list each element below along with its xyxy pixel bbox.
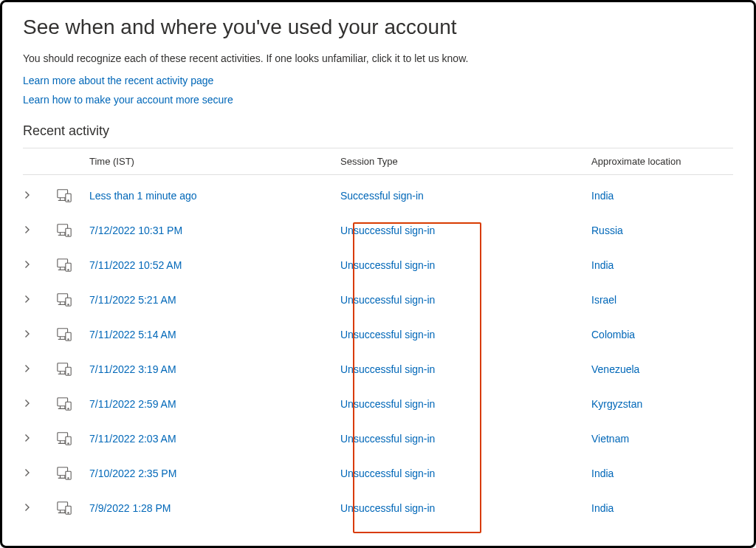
svg-point-32 bbox=[68, 373, 69, 374]
activity-row[interactable]: 7/9/2022 1:28 PMUnsuccessful sign-inIndi… bbox=[23, 490, 733, 525]
device-icon bbox=[56, 326, 72, 343]
activity-row[interactable]: 7/11/2022 2:59 AMUnsuccessful sign-inKyr… bbox=[23, 386, 733, 421]
activity-location: Vietnam bbox=[591, 433, 733, 445]
device-icon bbox=[56, 222, 72, 239]
chevron-right-icon[interactable] bbox=[23, 434, 32, 442]
svg-point-56 bbox=[68, 512, 69, 513]
activity-time: 7/11/2022 3:19 AM bbox=[89, 363, 340, 375]
activity-row[interactable]: 7/12/2022 10:31 PMUnsuccessful sign-inRu… bbox=[23, 213, 733, 247]
activity-list: Less than 1 minute agoSuccessful sign-in… bbox=[23, 178, 733, 525]
activity-location: Kyrgyzstan bbox=[591, 398, 733, 410]
chevron-right-icon[interactable] bbox=[23, 468, 32, 477]
activity-time: 7/11/2022 5:14 AM bbox=[89, 329, 340, 340]
activity-location: India bbox=[591, 467, 733, 479]
column-session: Session Type bbox=[340, 156, 591, 167]
section-title: Recent activity bbox=[23, 123, 733, 139]
learn-more-activity-link[interactable]: Learn more about the recent activity pag… bbox=[23, 75, 733, 86]
activity-location: Venezuela bbox=[591, 363, 733, 375]
activity-row[interactable]: Less than 1 minute agoSuccessful sign-in… bbox=[23, 178, 733, 213]
activity-location: Israel bbox=[591, 294, 733, 306]
svg-point-26 bbox=[68, 338, 69, 339]
activity-time: 7/11/2022 2:59 AM bbox=[89, 398, 340, 410]
svg-point-38 bbox=[68, 408, 69, 408]
activity-time: 7/11/2022 10:52 AM bbox=[89, 259, 340, 271]
activity-row[interactable]: 7/11/2022 10:52 AMUnsuccessful sign-inIn… bbox=[23, 247, 733, 282]
activity-session: Unsuccessful sign-in bbox=[340, 225, 591, 236]
learn-more-secure-link[interactable]: Learn how to make your account more secu… bbox=[23, 94, 733, 106]
chevron-right-icon[interactable] bbox=[23, 295, 32, 304]
activity-time: 7/11/2022 2:03 AM bbox=[89, 433, 340, 445]
activity-session: Unsuccessful sign-in bbox=[340, 398, 591, 410]
activity-row[interactable]: 7/11/2022 2:03 AMUnsuccessful sign-inVie… bbox=[23, 421, 733, 456]
activity-list-header: Time (IST) Session Type Approximate loca… bbox=[23, 148, 733, 175]
svg-point-14 bbox=[68, 269, 69, 270]
activity-session: Unsuccessful sign-in bbox=[340, 433, 591, 445]
activity-location: India bbox=[591, 502, 733, 514]
svg-point-44 bbox=[68, 442, 69, 443]
svg-point-8 bbox=[68, 234, 69, 235]
device-icon bbox=[56, 431, 72, 447]
column-location: Approximate location bbox=[591, 156, 733, 167]
chevron-right-icon[interactable] bbox=[23, 329, 32, 338]
chevron-right-icon[interactable] bbox=[23, 399, 32, 408]
device-icon bbox=[56, 292, 72, 308]
activity-row[interactable]: 7/11/2022 5:14 AMUnsuccessful sign-inCol… bbox=[23, 317, 733, 352]
activity-time: 7/10/2022 2:35 PM bbox=[89, 467, 340, 479]
activity-session: Unsuccessful sign-in bbox=[340, 294, 591, 306]
chevron-right-icon[interactable] bbox=[23, 225, 32, 234]
chevron-right-icon[interactable] bbox=[23, 260, 32, 269]
activity-session: Successful sign-in bbox=[340, 190, 591, 202]
svg-point-2 bbox=[68, 199, 69, 200]
column-time: Time (IST) bbox=[89, 156, 340, 167]
activity-row[interactable]: 7/11/2022 5:21 AMUnsuccessful sign-inIsr… bbox=[23, 282, 733, 317]
device-icon bbox=[56, 500, 72, 516]
svg-point-20 bbox=[68, 304, 69, 304]
activity-row[interactable]: 7/10/2022 2:35 PMUnsuccessful sign-inInd… bbox=[23, 456, 733, 490]
page-title: See when and where you've used your acco… bbox=[23, 16, 733, 39]
activity-session: Unsuccessful sign-in bbox=[340, 363, 591, 375]
activity-location: India bbox=[591, 259, 733, 271]
activity-row[interactable]: 7/11/2022 3:19 AMUnsuccessful sign-inVen… bbox=[23, 352, 733, 386]
activity-location: India bbox=[591, 190, 733, 202]
activity-session: Unsuccessful sign-in bbox=[340, 502, 591, 514]
svg-point-50 bbox=[68, 477, 69, 478]
device-icon bbox=[56, 361, 72, 377]
activity-time: 7/12/2022 10:31 PM bbox=[89, 225, 340, 236]
device-icon bbox=[56, 188, 72, 204]
device-icon bbox=[56, 257, 72, 273]
activity-time: 7/9/2022 1:28 PM bbox=[89, 502, 340, 514]
chevron-right-icon[interactable] bbox=[23, 364, 32, 373]
activity-session: Unsuccessful sign-in bbox=[340, 329, 591, 340]
device-icon bbox=[56, 465, 72, 482]
activity-location: Russia bbox=[591, 225, 733, 236]
activity-location: Colombia bbox=[591, 329, 733, 340]
activity-session: Unsuccessful sign-in bbox=[340, 467, 591, 479]
activity-time: Less than 1 minute ago bbox=[89, 190, 340, 202]
page-subtitle: You should recognize each of these recen… bbox=[23, 52, 733, 64]
chevron-right-icon[interactable] bbox=[23, 191, 32, 199]
activity-session: Unsuccessful sign-in bbox=[340, 259, 591, 271]
device-icon bbox=[56, 396, 72, 412]
chevron-right-icon[interactable] bbox=[23, 503, 32, 512]
activity-time: 7/11/2022 5:21 AM bbox=[89, 294, 340, 306]
